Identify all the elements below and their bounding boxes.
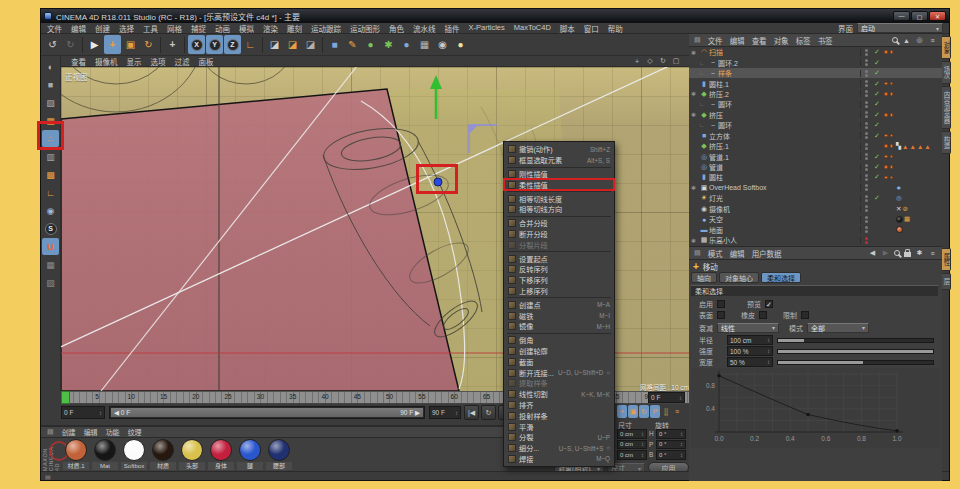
path-filter-icon[interactable]: ▲ (902, 36, 911, 45)
menubar-item[interactable]: 运动图形 (350, 23, 380, 34)
enable-check-icon[interactable]: ✓ (874, 59, 884, 67)
menubar-item[interactable]: 选择 (119, 23, 134, 34)
visibility-filter-icon[interactable]: ◎ (915, 36, 924, 45)
active-camera-tag-icon[interactable]: ✕ (896, 205, 901, 213)
rotation-field[interactable]: 0 °↕ (656, 450, 686, 460)
menubar-item[interactable]: MaxToC4D (514, 23, 551, 34)
search-icon[interactable] (894, 250, 900, 256)
visibility-dots[interactable] (860, 205, 874, 212)
object-menu-item[interactable]: 查看 (752, 35, 767, 46)
add-environment-button[interactable]: ▦ (416, 35, 433, 54)
object-row[interactable]: ✱◆挤压✓ (689, 110, 942, 120)
object-row[interactable]: ∟~圆环✓ (689, 99, 942, 109)
menubar-item[interactable]: 工具 (143, 23, 158, 34)
material-menu-item[interactable]: 编辑 (84, 427, 98, 437)
texture-mode-button[interactable]: ▨ (42, 94, 59, 111)
menubar-item[interactable]: 动画 (215, 23, 230, 34)
live-selection-button[interactable]: ▶ (86, 35, 103, 54)
enable-check-icon[interactable]: ✓ (874, 121, 884, 129)
menubar-item[interactable]: 捕捉 (191, 23, 206, 34)
material-menu-item[interactable]: 创建 (62, 427, 76, 437)
render-settings-button[interactable]: ◪ (302, 35, 319, 54)
enable-check-icon[interactable]: ✓ (874, 173, 884, 181)
om-tab[interactable]: 内容浏览器 (942, 86, 951, 129)
checkbox[interactable] (717, 311, 725, 319)
value-field[interactable]: 100 %↕ (727, 346, 773, 356)
attribute-side-tab[interactable]: 层 (942, 273, 951, 290)
material-item[interactable]: 腰部 (266, 439, 292, 470)
add-generator-button[interactable]: ✱ (380, 35, 397, 54)
selection-tag-icon[interactable]: ▲ (902, 143, 908, 150)
context-menu-item[interactable]: 断开分段 (504, 229, 614, 240)
move-tool-button[interactable]: + (104, 35, 121, 54)
add-deformer-button[interactable]: ● (398, 35, 415, 54)
object-row[interactable]: ■立方体✓ (689, 131, 942, 141)
material-item[interactable]: 头部 (179, 439, 205, 470)
rotate-view-icon[interactable]: ↻ (658, 57, 668, 66)
object-menu-item[interactable]: 书签 (818, 35, 833, 46)
coord-grid-button[interactable]: ⣿ (661, 405, 671, 418)
coordinate-system-button[interactable]: ∟ (242, 35, 259, 54)
object-menu-item[interactable]: 对象 (774, 35, 789, 46)
attribute-menu-item[interactable]: 模式 (708, 248, 723, 259)
checkbox[interactable]: ✓ (765, 300, 773, 308)
menubar-item[interactable]: 窗口 (584, 23, 599, 34)
rotation-field[interactable]: 0 °↕ (656, 440, 686, 450)
visibility-dots[interactable] (860, 90, 874, 97)
scale-tool-button[interactable]: ▣ (122, 35, 139, 54)
material-menu-item[interactable]: 纹理 (128, 427, 142, 437)
visibility-dots[interactable] (860, 226, 874, 233)
material-item[interactable]: Softbox (121, 439, 147, 470)
coord-points-button[interactable]: P (650, 405, 660, 418)
lock-x-axis-button[interactable]: X (188, 35, 205, 54)
context-menu-item[interactable]: 细分...U~S, U~Shift+S○ (504, 443, 614, 454)
visibility-dots[interactable] (860, 132, 874, 139)
visibility-dots[interactable] (860, 184, 874, 191)
context-menu-item[interactable]: 排齐 (504, 400, 614, 411)
selected-point[interactable] (434, 178, 442, 186)
title-bar[interactable]: CINEMA 4D R18.011 Studio (RC - R18) - [乐… (41, 9, 949, 23)
last-tool-button[interactable]: + (164, 35, 181, 54)
context-menu-item[interactable]: 磁铁M~I (504, 310, 614, 321)
enable-check-icon[interactable]: ✓ (874, 48, 884, 56)
context-menu-item[interactable]: 分裂U~P (504, 432, 614, 443)
viewport-menu-item[interactable]: 面板 (199, 56, 214, 67)
checkbox[interactable] (717, 300, 725, 308)
checkbox[interactable] (759, 311, 767, 319)
object-menu-item[interactable]: 标签 (796, 35, 811, 46)
viewport-menu-item[interactable]: 选项 (151, 56, 166, 67)
visibility-dots[interactable] (860, 101, 874, 108)
enable-check-icon[interactable]: ✓ (874, 132, 884, 140)
polygon-mode-button[interactable]: ▩ (42, 166, 59, 183)
viewport-menu-item[interactable]: 查看 (71, 56, 86, 67)
object-row[interactable]: ●天空▦ (689, 214, 942, 224)
current-frame-field[interactable]: 0 F ↕ (648, 392, 685, 403)
lock-y-axis-button[interactable]: Y (206, 35, 223, 54)
object-row[interactable]: ☀灯光✓◎ (689, 193, 942, 203)
menubar-item[interactable]: 插件 (445, 23, 460, 34)
lock-icon[interactable] (904, 252, 911, 257)
viewport-menu-item[interactable]: 摄像机 (95, 56, 118, 67)
menubar-item[interactable]: 网格 (167, 23, 182, 34)
zoom-view-icon[interactable]: ◇ (645, 57, 655, 66)
context-menu-item[interactable]: 截面 (504, 356, 614, 367)
material-item[interactable]: 腿 (237, 439, 263, 470)
context-menu-item[interactable]: 焊接M~Q (504, 454, 614, 465)
coord-channels-button[interactable]: ≡ (672, 405, 682, 418)
context-menu-item[interactable]: 刚性插值 (504, 169, 614, 180)
material-item[interactable]: 材质 (150, 439, 176, 470)
workplane-rotate-button[interactable]: ▧ (42, 274, 59, 291)
section-header[interactable]: 柔和选择 (691, 285, 938, 296)
layout-dropdown[interactable]: 启动 ▾ (857, 23, 943, 33)
coord-scale-button[interactable]: ▣ (628, 405, 638, 418)
context-menu-item[interactable]: 镜像M~H (504, 321, 614, 332)
om-tab[interactable]: 场次 (942, 61, 951, 84)
enable-check-icon[interactable]: ✓ (874, 90, 884, 98)
render-view-button[interactable]: ◪ (266, 35, 283, 54)
compositing-tag-icon[interactable]: ▦ (904, 215, 910, 223)
add-camera-button[interactable]: ◉ (434, 35, 451, 54)
dropdown[interactable]: 线性▾ (717, 323, 779, 333)
maximize-button[interactable]: ▢ (911, 11, 928, 21)
workplane-mode-button[interactable]: ▦ (42, 112, 59, 129)
context-menu-item[interactable]: 相等切线长度 (504, 193, 614, 204)
